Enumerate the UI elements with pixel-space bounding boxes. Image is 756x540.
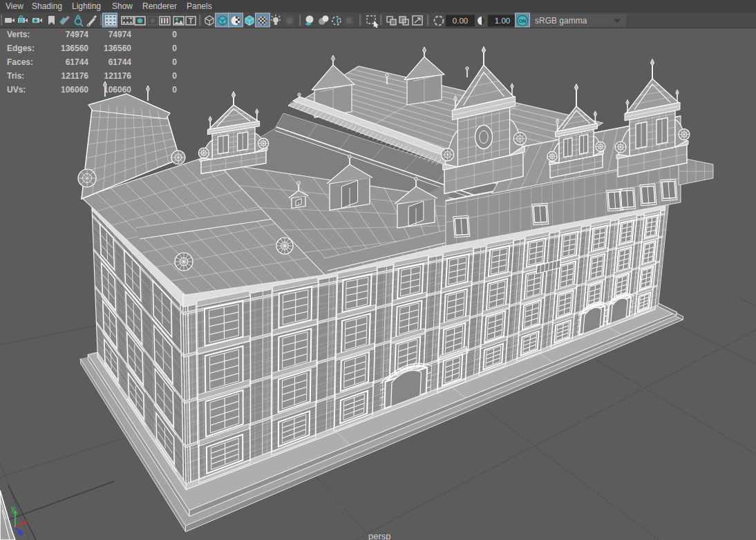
svg-text:0.00: 0.00 bbox=[453, 17, 468, 25]
svg-text:z: z bbox=[20, 530, 23, 537]
svg-text:persp: persp bbox=[368, 531, 391, 540]
svg-text:T: T bbox=[189, 17, 193, 25]
svg-text:1.00: 1.00 bbox=[495, 17, 510, 25]
svg-text:sRGB gamma: sRGB gamma bbox=[535, 16, 587, 26]
svg-text:y: y bbox=[11, 504, 15, 512]
svg-text:ON: ON bbox=[519, 19, 527, 23]
